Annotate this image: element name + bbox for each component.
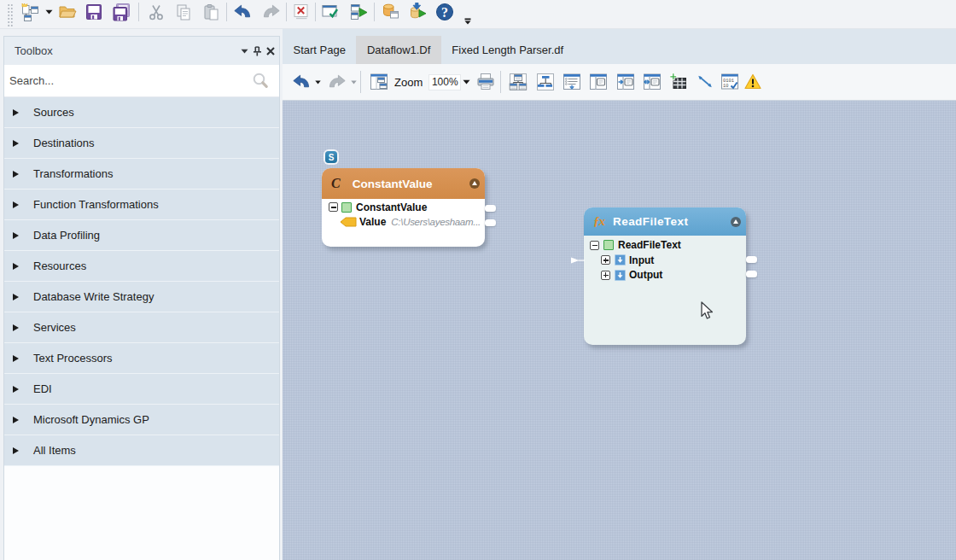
toolbox-item-transformations[interactable]: Transformations bbox=[4, 159, 279, 190]
toolbox-close-icon[interactable] bbox=[265, 45, 276, 56]
node-readfiletext-header[interactable]: ƒx ReadFileText bbox=[584, 207, 746, 236]
layout-vertical-button[interactable] bbox=[535, 72, 556, 92]
toolbox-empty-area bbox=[4, 466, 279, 560]
database-job-button[interactable] bbox=[381, 2, 401, 22]
toolbox-item-all-items[interactable]: All Items bbox=[4, 435, 279, 466]
collapse-node-button[interactable] bbox=[469, 178, 480, 189]
copy-button[interactable] bbox=[173, 2, 194, 22]
toolbox-item-edi[interactable]: EDI bbox=[4, 374, 279, 405]
undo-button-2[interactable] bbox=[291, 72, 312, 92]
toolbox-pin-icon[interactable] bbox=[252, 45, 263, 56]
expand-arrow-icon bbox=[13, 386, 19, 393]
node-readfiletext[interactable]: ƒx ReadFileText ReadFileText bbox=[584, 207, 746, 345]
save-button[interactable] bbox=[84, 2, 104, 22]
output-node-icon bbox=[615, 270, 626, 281]
output-port[interactable] bbox=[746, 271, 757, 277]
toolbar-grip[interactable] bbox=[7, 3, 13, 26]
undo-button[interactable] bbox=[232, 2, 253, 22]
help-button[interactable]: ? bbox=[434, 2, 455, 22]
zoom-value-box[interactable]: 100% bbox=[428, 74, 461, 90]
tab-start-page[interactable]: Start Page bbox=[283, 36, 356, 64]
toolbox-item-text-processors[interactable]: Text Processors bbox=[4, 343, 279, 374]
toolbox-item-database-write-strategy[interactable]: Database Write Strategy bbox=[4, 282, 279, 312]
collapse-tree-icon[interactable] bbox=[329, 202, 338, 212]
expand-arrow-icon bbox=[13, 109, 19, 116]
toolbox-item-services[interactable]: Services bbox=[4, 312, 279, 343]
collapse-tree-icon[interactable] bbox=[590, 241, 599, 250]
value-field-icon bbox=[340, 217, 357, 227]
tree-node-label[interactable]: ReadFileText bbox=[618, 239, 681, 251]
constant-glyph-icon: C bbox=[331, 177, 341, 190]
node-body: ConstantValue Value C:\Users\ayeshaam... bbox=[322, 199, 485, 230]
dataflow-canvas[interactable]: S C ConstantValue ConstantValue bbox=[283, 101, 956, 560]
toolbox-item-destinations[interactable]: Destinations bbox=[4, 128, 279, 159]
tree-node-label[interactable]: Output bbox=[629, 269, 662, 281]
tree-node-label[interactable]: ConstantValue bbox=[356, 201, 427, 213]
expand-tree-icon[interactable] bbox=[601, 255, 610, 265]
toolbar-separator bbox=[360, 71, 361, 93]
output-port[interactable] bbox=[746, 256, 757, 263]
expand-arrow-icon bbox=[13, 171, 19, 178]
toolbox-item-data-profiling[interactable]: Data Profiling bbox=[4, 220, 279, 251]
layout-horizontal-button[interactable] bbox=[508, 72, 528, 92]
toolbox-header[interactable]: Toolbox bbox=[4, 37, 279, 65]
expand-arrow-icon bbox=[13, 140, 19, 147]
properties-window-button[interactable] bbox=[369, 72, 389, 92]
warnings-button[interactable] bbox=[743, 72, 763, 92]
toolbox-items: SourcesDestinationsTransformationsFuncti… bbox=[4, 97, 279, 466]
toolbox-item-function-transformations[interactable]: Function Transformations bbox=[4, 190, 279, 220]
toolbox-menu-icon[interactable] bbox=[239, 45, 250, 56]
expand-tree-icon[interactable] bbox=[601, 271, 610, 280]
tab-dataflow1-df[interactable]: Dataflow1.Df bbox=[356, 36, 440, 64]
save-all-button[interactable] bbox=[112, 2, 132, 22]
expand-arrow-icon bbox=[13, 447, 19, 454]
tab-fixed-length-parser-df[interactable]: Fixed Length Parser.df bbox=[441, 36, 574, 64]
open-button[interactable] bbox=[57, 2, 78, 22]
print-button[interactable] bbox=[475, 72, 496, 92]
tree-node-label[interactable]: Value bbox=[359, 216, 386, 228]
verify-button[interactable] bbox=[320, 2, 341, 22]
svg-text:?: ? bbox=[441, 5, 448, 20]
toolbox-item-resources[interactable]: Resources bbox=[4, 251, 279, 282]
data-preview-button[interactable]: 0101 10 bbox=[720, 72, 740, 92]
tree-node-label[interactable]: Input bbox=[629, 254, 654, 266]
toolbox-item-microsoft-dynamics-gp[interactable]: Microsoft Dynamics GP bbox=[4, 405, 279, 435]
undo-dropdown[interactable] bbox=[314, 72, 323, 92]
output-port[interactable] bbox=[485, 205, 496, 212]
toolbox-item-sources[interactable]: Sources bbox=[4, 97, 279, 128]
link-tool-button[interactable] bbox=[695, 72, 715, 92]
expand-collapse-button[interactable] bbox=[562, 72, 582, 92]
toolbox-search bbox=[4, 65, 279, 97]
fit-window-button[interactable] bbox=[642, 72, 662, 92]
collapse-node-button[interactable] bbox=[731, 217, 741, 227]
show-window-button[interactable] bbox=[588, 72, 609, 92]
goto-node-button[interactable] bbox=[615, 72, 636, 92]
run-dataflow-button[interactable] bbox=[349, 2, 370, 22]
delete-button[interactable] bbox=[291, 2, 312, 22]
expand-arrow-icon bbox=[13, 201, 19, 208]
redo-button-2[interactable] bbox=[327, 72, 347, 92]
redo-button[interactable] bbox=[261, 2, 282, 22]
input-port[interactable] bbox=[570, 256, 587, 265]
toolbox-item-label: Services bbox=[33, 321, 76, 334]
paste-button[interactable] bbox=[201, 2, 221, 22]
toolbox-item-label: Function Transformations bbox=[33, 198, 159, 211]
add-grid-button[interactable] bbox=[668, 72, 689, 92]
node-constantvalue[interactable]: C ConstantValue ConstantValue Value bbox=[322, 168, 485, 247]
zoom-dropdown[interactable] bbox=[463, 72, 470, 92]
toolbox-item-label: Sources bbox=[33, 106, 74, 119]
toolbar-overflow-button[interactable] bbox=[463, 16, 473, 26]
queue-job-button[interactable] bbox=[407, 2, 428, 22]
node-constantvalue-header[interactable]: C ConstantValue bbox=[322, 168, 485, 199]
redo-dropdown[interactable] bbox=[350, 72, 358, 92]
toolbox-search-input[interactable] bbox=[9, 74, 251, 87]
new-dropdown-button[interactable] bbox=[44, 2, 54, 22]
toolbox-item-label: Microsoft Dynamics GP bbox=[33, 413, 149, 426]
toolbox-item-label: Data Profiling bbox=[33, 229, 100, 242]
output-port[interactable] bbox=[485, 219, 496, 226]
new-dataflow-button[interactable] bbox=[20, 2, 40, 22]
cut-button[interactable] bbox=[146, 2, 166, 22]
canvas-toolbar: Zoom 100% bbox=[283, 64, 956, 101]
toolbox-item-label: All Items bbox=[33, 444, 76, 457]
document-tabs: Start PageDataflow1.DfFixed Length Parse… bbox=[283, 29, 956, 64]
